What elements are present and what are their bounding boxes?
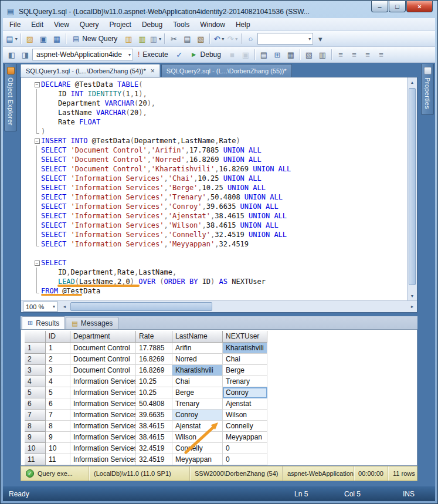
- debug-button[interactable]: ►Debug: [186, 48, 225, 61]
- cell-rate[interactable]: 10.25: [136, 376, 172, 387]
- column-header-rate[interactable]: Rate: [136, 331, 172, 343]
- toolbar-options-icon[interactable]: ▾: [314, 32, 327, 45]
- row-number[interactable]: 5: [25, 387, 46, 398]
- menu-view[interactable]: View: [49, 19, 74, 31]
- save-icon[interactable]: ▣: [37, 32, 50, 45]
- row-number[interactable]: 8: [25, 421, 46, 432]
- cell-dept[interactable]: Information Services: [70, 421, 136, 432]
- row-number[interactable]: 4: [25, 376, 46, 387]
- cell-dept[interactable]: Information Services: [70, 398, 136, 410]
- fold-collapse-icon[interactable]: −: [35, 138, 40, 144]
- cell-next[interactable]: Berge: [223, 365, 267, 376]
- indent-icon[interactable]: ≡: [361, 48, 374, 61]
- row-number[interactable]: 3: [25, 365, 46, 376]
- row-number[interactable]: 7: [25, 410, 46, 421]
- cell-last[interactable]: Berge: [172, 387, 223, 398]
- cell-id[interactable]: 1: [46, 343, 70, 354]
- scroll-down-icon[interactable]: ▼: [408, 291, 417, 300]
- row-number[interactable]: 11: [25, 454, 46, 465]
- row-number[interactable]: 2: [25, 354, 46, 365]
- cell-dept[interactable]: Information Services: [70, 432, 136, 443]
- row-number[interactable]: 9: [25, 432, 46, 443]
- cell-next[interactable]: Trenary: [223, 376, 267, 387]
- menu-window[interactable]: Window: [195, 19, 230, 31]
- copy-icon[interactable]: ▤: [181, 32, 193, 45]
- cell-dept[interactable]: Document Control: [70, 354, 136, 365]
- horizontal-scroll-track[interactable]: [69, 301, 408, 312]
- cell-dept[interactable]: Document Control: [70, 343, 136, 354]
- undo-icon[interactable]: ↶▾: [212, 32, 225, 45]
- comment-icon[interactable]: ≡: [334, 48, 347, 61]
- new-xmla-query-icon[interactable]: ▥▾: [149, 32, 162, 45]
- query-options-icon[interactable]: ▥: [316, 48, 329, 61]
- estimated-plan-icon[interactable]: ▧: [303, 48, 315, 61]
- paste-icon[interactable]: ▧: [194, 32, 207, 45]
- cell-last[interactable]: Ajenstat: [172, 421, 223, 432]
- cell-next[interactable]: Chai: [223, 354, 267, 365]
- new-file-icon[interactable]: ▤▾: [5, 32, 18, 45]
- cell-rate[interactable]: 16.8269: [136, 354, 172, 365]
- cell-rate[interactable]: 38.4615: [136, 432, 172, 443]
- parse-icon[interactable]: ✓: [173, 48, 186, 61]
- cell-id[interactable]: 6: [46, 398, 70, 410]
- cell-dept[interactable]: Document Control: [70, 365, 136, 376]
- new-analysis-query-icon[interactable]: ▥: [135, 32, 148, 45]
- cell-dept[interactable]: Information Services: [70, 387, 136, 398]
- cell-next[interactable]: Wilson: [223, 410, 267, 421]
- cell-rate[interactable]: 10.25: [136, 387, 172, 398]
- cut-icon[interactable]: ✂: [167, 32, 180, 45]
- cell-rate[interactable]: 32.4519: [136, 443, 172, 454]
- scroll-up-icon[interactable]: ▲: [408, 77, 417, 87]
- cell-dept[interactable]: Information Services: [70, 443, 136, 454]
- column-header-nextuser[interactable]: NEXTUser: [223, 331, 267, 343]
- uncomment-icon[interactable]: ≡: [348, 48, 361, 61]
- maximize-button[interactable]: □: [389, 1, 406, 12]
- cell-last[interactable]: Kharatishvili: [172, 365, 223, 376]
- cell-id[interactable]: 8: [46, 421, 70, 432]
- menu-project[interactable]: Project: [104, 19, 137, 31]
- results-to-grid-icon[interactable]: ⊞: [271, 48, 284, 61]
- find-icon[interactable]: ○: [244, 32, 257, 45]
- cell-rate[interactable]: 17.7885: [136, 343, 172, 354]
- cell-id[interactable]: 3: [46, 365, 70, 376]
- close-button[interactable]: ×: [406, 1, 433, 12]
- cell-next[interactable]: Kharatishvili: [223, 343, 267, 354]
- results-to-file-icon[interactable]: ▦: [284, 48, 297, 61]
- cell-last[interactable]: Connelly: [172, 443, 223, 454]
- cell-next[interactable]: 0: [223, 443, 267, 454]
- cell-next[interactable]: Ajenstat: [223, 398, 267, 410]
- object-explorer-tab[interactable]: Object Explorer: [4, 64, 17, 131]
- open-file-icon[interactable]: ▨: [23, 32, 36, 45]
- menu-edit[interactable]: Edit: [26, 19, 49, 31]
- menu-tools[interactable]: Tools: [168, 19, 195, 31]
- sql-editor[interactable]: −DECLARE @TestData TABLE( ID INT IDENTIT…: [21, 77, 417, 313]
- cell-next[interactable]: Conroy: [223, 387, 267, 398]
- minimize-button[interactable]: –: [371, 1, 388, 12]
- tab-results[interactable]: ⊞Results: [22, 316, 65, 329]
- column-header-lastname[interactable]: LastName: [172, 331, 223, 343]
- grid-corner-cell[interactable]: [25, 331, 46, 343]
- properties-tab[interactable]: Properties: [421, 64, 434, 115]
- cell-last[interactable]: Meyyappan: [172, 454, 223, 465]
- cell-dept[interactable]: Information Services: [70, 454, 136, 465]
- cell-id[interactable]: 11: [46, 454, 70, 465]
- fold-margin[interactable]: −: [33, 258, 41, 268]
- cell-last[interactable]: Arifin: [172, 343, 223, 354]
- execute-button[interactable]: !Execute: [134, 48, 172, 61]
- new-query-button[interactable]: ▤New Query: [69, 32, 121, 45]
- menu-file[interactable]: File: [4, 19, 26, 31]
- fold-margin[interactable]: −: [33, 80, 41, 89]
- cell-last[interactable]: Conroy: [172, 410, 223, 421]
- save-all-icon[interactable]: ▦: [50, 32, 63, 45]
- find-combo[interactable]: ▾: [257, 33, 313, 45]
- cell-last[interactable]: Trenary: [172, 398, 223, 410]
- cell-rate[interactable]: 38.4615: [136, 421, 172, 432]
- connect-icon[interactable]: ◧: [5, 48, 18, 61]
- scroll-left-icon[interactable]: ◄: [60, 305, 69, 309]
- cell-id[interactable]: 10: [46, 443, 70, 454]
- results-to-text-icon[interactable]: ▤: [257, 48, 270, 61]
- fold-collapse-icon[interactable]: −: [35, 261, 40, 266]
- new-database-query-icon[interactable]: ▥: [122, 32, 135, 45]
- cell-last[interactable]: Chai: [172, 376, 223, 387]
- cell-id[interactable]: 4: [46, 376, 70, 387]
